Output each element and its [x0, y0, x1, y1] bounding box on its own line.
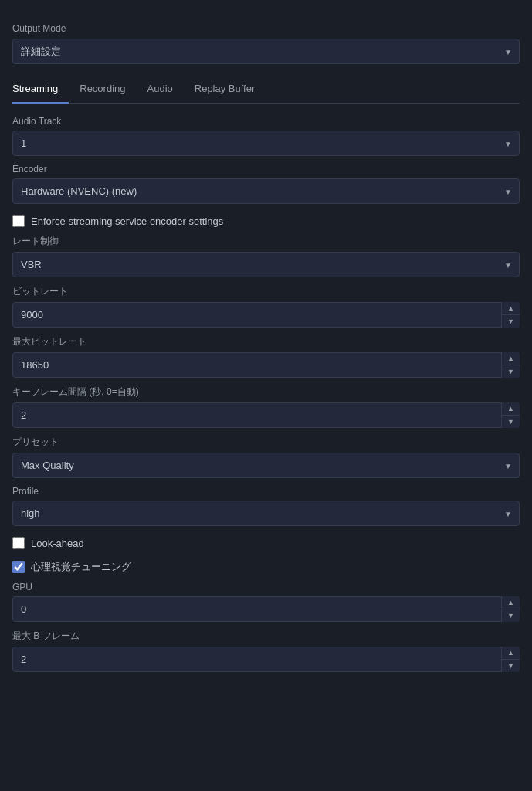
bitrate-spinner-wrapper: ▲ ▼ — [12, 302, 520, 328]
look-ahead-checkbox-label[interactable]: Look-ahead — [31, 538, 84, 549]
audio-track-field: Audio Track 1 2 3 4 5 6 ▼ — [12, 116, 520, 156]
output-mode-section: Output Mode 詳細設定シンプル ▼ — [12, 23, 520, 64]
keyframe-interval-field: キーフレーム間隔 (秒, 0=自動) ▲ ▼ — [12, 385, 520, 428]
output-mode-select[interactable]: 詳細設定シンプル — [12, 39, 520, 64]
preset-select[interactable]: Max Quality High Quality Quality Perform… — [12, 453, 520, 478]
preset-field: プリセット Max Quality High Quality Quality P… — [12, 436, 520, 478]
max-b-frames-increment-button[interactable]: ▲ — [502, 647, 520, 660]
gpu-field: GPU ▲ ▼ — [12, 582, 520, 622]
keyframe-interval-decrement-button[interactable]: ▼ — [502, 416, 520, 428]
max-b-frames-spinner-buttons: ▲ ▼ — [501, 647, 520, 672]
gpu-spinner-wrapper: ▲ ▼ — [12, 596, 520, 622]
profile-wrapper: high main baseline high444p ▼ — [12, 501, 520, 526]
keyframe-interval-spinner-wrapper: ▲ ▼ — [12, 402, 520, 428]
enforce-checkbox-label[interactable]: Enforce streaming service encoder settin… — [31, 216, 223, 227]
max-bitrate-spinner-wrapper: ▲ ▼ — [12, 352, 520, 378]
profile-label: Profile — [12, 486, 520, 497]
audio-track-wrapper: 1 2 3 4 5 6 ▼ — [12, 131, 520, 156]
enforce-checkbox[interactable] — [12, 215, 25, 227]
output-mode-label: Output Mode — [12, 23, 520, 34]
tab-streaming[interactable]: Streaming — [12, 76, 69, 104]
preset-label: プリセット — [12, 436, 520, 449]
keyframe-interval-spinner-buttons: ▲ ▼ — [501, 402, 520, 428]
max-bitrate-decrement-button[interactable]: ▼ — [502, 365, 520, 378]
max-b-frames-input[interactable] — [12, 647, 520, 672]
bitrate-input[interactable] — [12, 302, 520, 328]
gpu-label: GPU — [12, 582, 520, 592]
audio-track-label: Audio Track — [12, 116, 520, 127]
bitrate-spinner-buttons: ▲ ▼ — [501, 302, 520, 328]
profile-select[interactable]: high main baseline high444p — [12, 501, 520, 526]
tab-replay-buffer[interactable]: Replay Buffer — [184, 76, 266, 104]
max-b-frames-spinner-wrapper: ▲ ▼ — [12, 647, 520, 672]
rate-control-field: レート制御 VBR CBR CQP ICQ LOSSLESS LOSSLESS_… — [12, 235, 520, 277]
keyframe-interval-increment-button[interactable]: ▲ — [502, 402, 520, 416]
bitrate-label: ビットレート — [12, 285, 520, 298]
psycho-visual-checkbox-label[interactable]: 心理視覚チューニング — [31, 560, 131, 574]
keyframe-interval-label: キーフレーム間隔 (秒, 0=自動) — [12, 385, 520, 399]
gpu-decrement-button[interactable]: ▼ — [502, 609, 520, 622]
keyframe-interval-input[interactable] — [12, 402, 520, 428]
look-ahead-checkbox[interactable] — [12, 537, 25, 549]
encoder-wrapper: Hardware (NVENC) (new) Software (x264) ▼ — [12, 178, 520, 204]
rate-control-wrapper: VBR CBR CQP ICQ LOSSLESS LOSSLESS_HP ▼ — [12, 252, 520, 277]
output-mode-wrapper: 詳細設定シンプル ▼ — [12, 39, 520, 64]
tab-audio[interactable]: Audio — [137, 76, 184, 104]
psycho-visual-checkbox[interactable] — [12, 561, 25, 573]
audio-track-select[interactable]: 1 2 3 4 5 6 — [12, 131, 520, 156]
max-bitrate-label: 最大ビットレート — [12, 335, 520, 348]
gpu-spinner-buttons: ▲ ▼ — [501, 596, 520, 622]
max-bitrate-spinner-buttons: ▲ ▼ — [501, 352, 520, 378]
encoder-field: Encoder Hardware (NVENC) (new) Software … — [12, 164, 520, 204]
profile-field: Profile high main baseline high444p ▼ — [12, 486, 520, 526]
rate-control-label: レート制御 — [12, 235, 520, 248]
max-b-frames-label: 最大 B フレーム — [12, 630, 520, 643]
rate-control-select[interactable]: VBR CBR CQP ICQ LOSSLESS LOSSLESS_HP — [12, 252, 520, 277]
encoder-select[interactable]: Hardware (NVENC) (new) Software (x264) — [12, 178, 520, 204]
max-b-frames-decrement-button[interactable]: ▼ — [502, 660, 520, 672]
look-ahead-checkbox-row: Look-ahead — [12, 537, 520, 549]
enforce-checkbox-row: Enforce streaming service encoder settin… — [12, 215, 520, 227]
preset-wrapper: Max Quality High Quality Quality Perform… — [12, 453, 520, 478]
bitrate-increment-button[interactable]: ▲ — [502, 302, 520, 315]
max-bitrate-increment-button[interactable]: ▲ — [502, 352, 520, 365]
max-bitrate-input[interactable] — [12, 352, 520, 378]
max-b-frames-field: 最大 B フレーム ▲ ▼ — [12, 630, 520, 672]
gpu-increment-button[interactable]: ▲ — [502, 596, 520, 609]
tab-recording[interactable]: Recording — [69, 76, 136, 104]
max-bitrate-field: 最大ビットレート ▲ ▼ — [12, 335, 520, 378]
gpu-input[interactable] — [12, 596, 520, 622]
tabs-bar: Streaming Recording Audio Replay Buffer — [12, 76, 520, 104]
bitrate-decrement-button[interactable]: ▼ — [502, 315, 520, 328]
psycho-visual-checkbox-row: 心理視覚チューニング — [12, 560, 520, 574]
bitrate-field: ビットレート ▲ ▼ — [12, 285, 520, 328]
encoder-label: Encoder — [12, 164, 520, 175]
